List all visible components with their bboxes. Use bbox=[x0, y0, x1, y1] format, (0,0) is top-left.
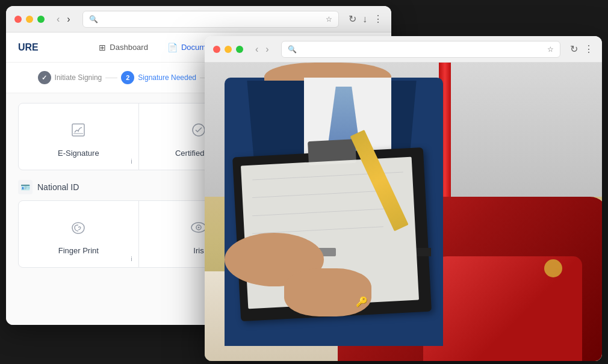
traffic-lights-1 bbox=[14, 16, 45, 23]
svg-point-8 bbox=[197, 227, 199, 229]
browser-window-2: ‹ › 🔍 ☆ ↻ ⋮ bbox=[205, 36, 602, 361]
esignature-icon bbox=[69, 120, 88, 143]
url-input-2[interactable] bbox=[302, 45, 542, 54]
forward-button-2[interactable]: › bbox=[263, 43, 271, 55]
nav-arrows-2: ‹ › bbox=[253, 43, 271, 55]
close-button[interactable] bbox=[14, 16, 22, 23]
more-button-1[interactable]: ⋮ bbox=[373, 13, 383, 25]
bookmark-icon[interactable]: ☆ bbox=[326, 15, 332, 23]
step-circle-initiate: ✓ bbox=[38, 71, 51, 84]
fingerprint-label: Finger Print bbox=[58, 246, 99, 255]
back-button-2[interactable]: ‹ bbox=[253, 43, 261, 55]
hand-2 bbox=[284, 268, 371, 316]
back-button-1[interactable]: ‹ bbox=[54, 13, 62, 25]
documents-icon: 📄 bbox=[167, 43, 178, 52]
step-divider-1 bbox=[105, 78, 117, 78]
nav-arrows-1: ‹ › bbox=[54, 13, 73, 25]
fingerprint-icon bbox=[69, 218, 88, 240]
dashboard-icon: ⊞ bbox=[99, 43, 106, 52]
step-label-signature: Signature Needed bbox=[138, 73, 196, 82]
titlebar-2: ‹ › 🔍 ☆ ↻ ⋮ bbox=[205, 36, 602, 63]
close-button-2[interactable] bbox=[213, 46, 220, 53]
maximize-button-2[interactable] bbox=[236, 46, 243, 53]
sig-card-esignature[interactable]: E-Signature i bbox=[19, 103, 138, 170]
browser-actions-1: ↻ ↓ ⋮ bbox=[349, 13, 383, 25]
step-circle-signature: 2 bbox=[121, 71, 134, 84]
search-icon-2: 🔍 bbox=[288, 45, 297, 54]
bookmark-icon-2[interactable]: ☆ bbox=[547, 45, 554, 54]
esignature-info[interactable]: i bbox=[131, 158, 132, 165]
download-button-1[interactable]: ↓ bbox=[362, 14, 367, 25]
address-bar-1[interactable]: 🔍 ☆ bbox=[82, 11, 339, 28]
fingerprint-info[interactable]: i bbox=[131, 255, 132, 262]
keys: 🔑 bbox=[356, 296, 368, 307]
step-initiate[interactable]: ✓ Initiate Signing bbox=[38, 71, 102, 84]
minimize-button-2[interactable] bbox=[225, 46, 232, 53]
url-input-1[interactable] bbox=[103, 15, 321, 23]
more-button-2[interactable]: ⋮ bbox=[584, 43, 594, 55]
titlebar-1: ‹ › 🔍 ☆ ↻ ↓ ⋮ bbox=[6, 6, 391, 32]
nav-label-dashboard: Dashboard bbox=[110, 43, 148, 52]
forward-button-1[interactable]: › bbox=[64, 13, 72, 25]
app-logo: URE bbox=[18, 42, 39, 53]
nav-item-dashboard[interactable]: ⊞ Dashboard bbox=[90, 38, 157, 57]
reload-button-1[interactable]: ↻ bbox=[349, 13, 356, 25]
person-scene: 🔑 bbox=[205, 63, 602, 361]
national-id-label: National ID bbox=[37, 182, 79, 192]
car-emblem bbox=[544, 259, 562, 277]
minimize-button[interactable] bbox=[26, 16, 33, 23]
reload-button-2[interactable]: ↻ bbox=[570, 43, 578, 55]
car-dealership-image: 🔑 bbox=[205, 63, 602, 361]
esignature-label: E-Signature bbox=[58, 149, 99, 158]
traffic-lights-2 bbox=[213, 46, 243, 53]
sig-card-fingerprint[interactable]: Finger Print i bbox=[19, 201, 138, 267]
national-id-icon: 🪪 bbox=[18, 180, 33, 194]
step-label-initiate: Initiate Signing bbox=[55, 73, 102, 82]
maximize-button[interactable] bbox=[37, 16, 45, 23]
address-bar-2[interactable]: 🔍 ☆ bbox=[281, 41, 560, 58]
search-icon: 🔍 bbox=[89, 15, 98, 23]
browser-actions-2: ↻ ⋮ bbox=[570, 43, 594, 55]
step-signature[interactable]: 2 Signature Needed bbox=[121, 71, 196, 84]
iris-label: Iris bbox=[193, 246, 203, 255]
